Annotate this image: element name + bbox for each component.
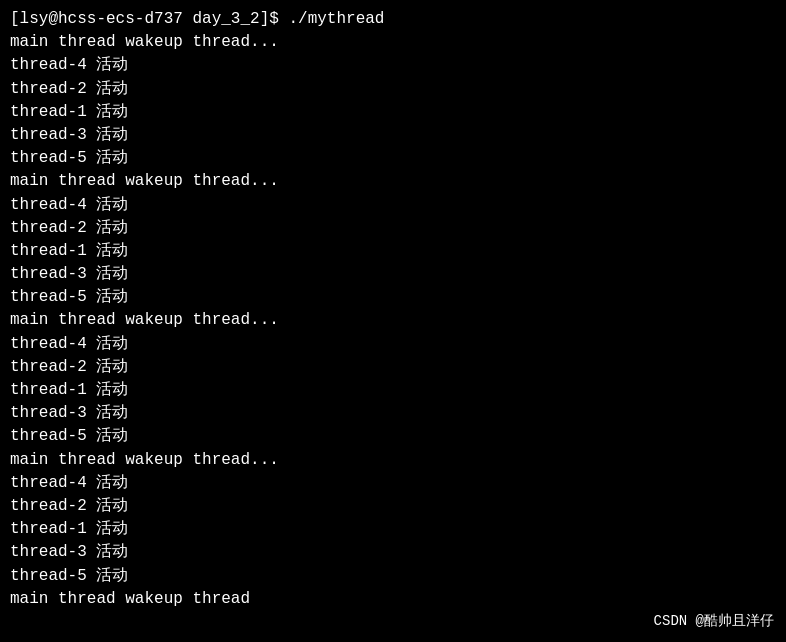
terminal-line: thread-3 活动 — [10, 402, 776, 425]
terminal-line: thread-4 活动 — [10, 194, 776, 217]
terminal-line: thread-2 活动 — [10, 356, 776, 379]
terminal-line: thread-1 活动 — [10, 518, 776, 541]
terminal-line: main thread wakeup thread... — [10, 31, 776, 54]
terminal-window: [lsy@hcss-ecs-d737 day_3_2]$ ./mythreadm… — [0, 0, 786, 642]
terminal-line: [lsy@hcss-ecs-d737 day_3_2]$ ./mythread — [10, 8, 776, 31]
terminal-line: main thread wakeup thread... — [10, 449, 776, 472]
terminal-line: thread-1 活动 — [10, 101, 776, 124]
terminal-line: thread-3 活动 — [10, 541, 776, 564]
terminal-line: thread-2 活动 — [10, 495, 776, 518]
terminal-line: thread-3 活动 — [10, 263, 776, 286]
terminal-line: thread-2 活动 — [10, 217, 776, 240]
terminal-line: thread-5 活动 — [10, 565, 776, 588]
terminal-line: thread-2 活动 — [10, 78, 776, 101]
terminal-line: thread-3 活动 — [10, 124, 776, 147]
terminal-line: main thread wakeup thread — [10, 588, 776, 611]
terminal-line: main thread wakeup thread... — [10, 309, 776, 332]
terminal-line: thread-4 活动 — [10, 472, 776, 495]
terminal-line: thread-1 活动 — [10, 240, 776, 263]
terminal-line: thread-5 活动 — [10, 425, 776, 448]
terminal-line: thread-4 活动 — [10, 333, 776, 356]
terminal-line: thread-4 活动 — [10, 54, 776, 77]
terminal-line: thread-5 活动 — [10, 286, 776, 309]
terminal-line: main thread wakeup thread... — [10, 170, 776, 193]
terminal-line: thread-1 活动 — [10, 379, 776, 402]
terminal-line: thread-5 活动 — [10, 147, 776, 170]
watermark: CSDN @酷帅且洋仔 — [654, 612, 774, 630]
